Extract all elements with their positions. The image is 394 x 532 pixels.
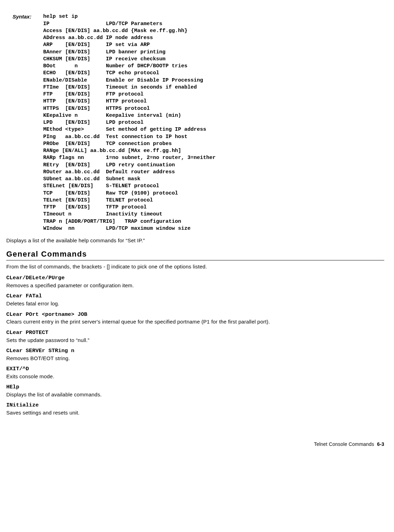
syntax-line: BOot n Number of DHCP/BOOTP tries [43,63,187,69]
syntax-line: REtry [EN/DIS] LPD retry continuation [43,162,175,168]
syntax-line: LPD [EN/DIS] LPD protocol [43,120,144,126]
syntax-line: TImeout n Inactivity timeout [43,211,162,217]
syntax-line: RARp flags nn 1=no subnet, 2=no router, … [43,155,216,161]
command-desc: Removes BOT/EOT string. [6,355,384,362]
command-desc: Exits console mode. [6,373,384,380]
syntax-line: STELnet [EN/DIS] S-TELNET protocol [43,183,159,189]
syntax-line: ADdress aa.bb.cc.dd IP node address [43,35,153,41]
command-desc: Deletes fatal error log. [6,300,384,307]
command-name: CLear SERVEr STRing n [6,347,384,355]
syntax-note: Displays a list of the available help co… [6,237,384,244]
command-name: CLear POrt <portname> JOB [6,311,384,318]
syntax-line: FTIme [EN/DIS] Timeout in seconds if ena… [43,84,197,90]
command-name: CLear/DELete/PUrge [6,274,384,282]
syntax-line: IP LPD/TCP Parameters [43,21,162,27]
command-name: HElp [6,383,384,391]
syntax-content: help set ip IP LPD/TCP Parameters Access… [43,13,216,232]
syntax-line: WIndow nn LPD/TCP maximum window size [43,226,191,231]
syntax-line: KEepalive n Keepalive interval (min) [43,113,181,119]
command-name: INitialize [6,402,384,409]
syntax-line: ENable/DISable Enable or Disable IP Proc… [43,77,203,83]
command-entry: CLear FATal Deletes fatal error log. [6,292,384,307]
command-entry: CLear POrt <portname> JOB Clears current… [6,311,384,326]
footer-text: Telnet Console Commands [314,441,374,447]
syntax-label: Syntax: [13,13,43,20]
command-entry: INitialize Saves settings and resets uni… [6,402,384,416]
command-entry: CLear SERVEr STRing n Removes BOT/EOT st… [6,347,384,362]
command-entry: CLear PROTECT Sets the update password t… [6,329,384,344]
syntax-line: PIng aa.bb.cc.dd Test connection to IP h… [43,134,187,140]
syntax-command: help set ip [43,14,78,20]
syntax-line: CHKSUM [EN/DIS] IP receive checksum [43,56,165,62]
syntax-line: HTTPS [EN/DIS] HTTPS protocol [43,106,150,112]
syntax-line: ROuter aa.bb.cc.dd Default router addres… [43,169,175,175]
command-desc: Displays the list of available commands. [6,391,384,398]
syntax-line: Access [EN/DIS] aa.bb.cc.dd {Mask ee.ff.… [43,28,187,34]
syntax-line: BAnner [EN/DIS] LPD banner printing [43,49,165,55]
page-footer: Telnet Console Commands 6-3 [6,441,384,448]
syntax-line: FTP [EN/DIS] FTP protocol [43,91,144,97]
command-desc: Removes a specified parameter or configu… [6,282,384,289]
command-entry: EXIT/^D Exits console mode. [6,365,384,380]
section-intro: From the list of commands, the brackets … [6,263,384,270]
syntax-line: RANge [EN/ALL] aa.bb.cc.dd [MAx ee.ff.gg… [43,148,181,154]
syntax-line: PRObe [EN/DIS] TCP connection probes [43,141,172,147]
command-desc: Sets the update password to “null.” [6,337,384,344]
footer-page-number: 6-3 [377,441,384,447]
syntax-line: MEthod <type> Set method of getting IP a… [43,127,206,132]
syntax-line: ARP [EN/DIS] IP set via ARP [43,42,150,48]
syntax-line: ECHO [EN/DIS] TCP echo protocol [43,70,159,76]
command-name: CLear PROTECT [6,329,384,336]
command-name: CLear FATal [6,292,384,300]
command-entry: HElp Displays the list of available comm… [6,383,384,398]
command-desc: Saves settings and resets unit. [6,409,384,416]
syntax-line: SUbnet aa.bb.cc.dd Subnet mask [43,176,140,182]
section-heading-general-commands: General Commands [6,249,384,260]
command-name: EXIT/^D [6,365,384,373]
syntax-line: TELnet [EN/DIS] TELNET protocol [43,197,153,203]
command-entry: CLear/DELete/PUrge Removes a specified p… [6,274,384,289]
syntax-line: TFTP [EN/DIS] TFTP protocol [43,204,147,210]
syntax-line: TCP [EN/DIS] Raw TCP (9100) protocol [43,190,178,196]
command-desc: Clears current entry in the print server… [6,318,384,325]
syntax-line: HTTP [EN/DIS] HTTP protocol [43,98,147,104]
syntax-line: TRAP n [ADDR/PORT/TRIG] TRAP configurati… [43,219,181,225]
syntax-block: Syntax:help set ip IP LPD/TCP Parameters… [6,6,384,232]
